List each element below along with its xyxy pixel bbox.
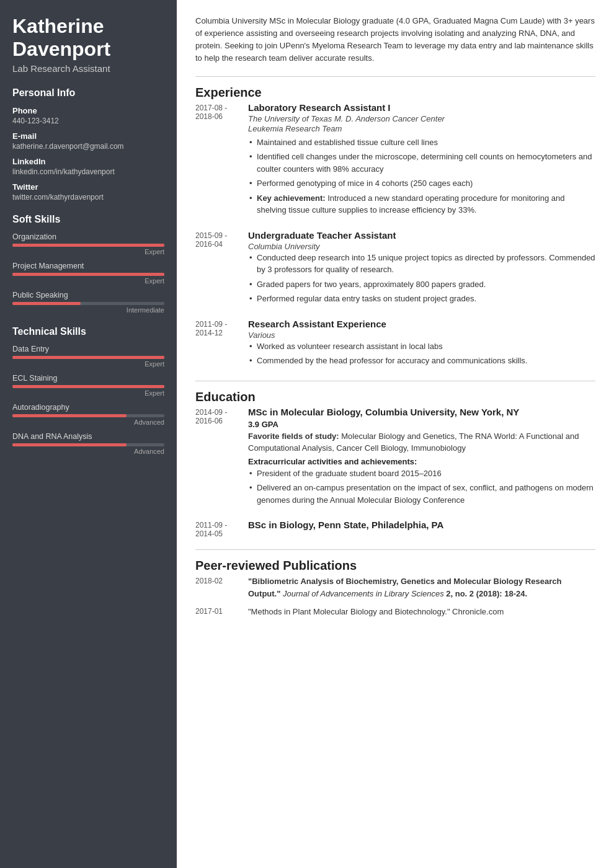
pub-content: "Methods in Plant Molecular Biology and …	[248, 606, 504, 618]
exp-org: The University of Texas M. D. Anderson C…	[248, 114, 595, 123]
bullet-item: Maintained and established tissue cultur…	[248, 136, 595, 149]
edu-date: 2014-09 -2016-06	[195, 407, 248, 509]
skill-level: Advanced	[12, 418, 164, 426]
experience-list: 2017-08 -2018-06 Laboratory Research Ass…	[195, 102, 595, 370]
exp-team: Leukemia Research Team	[248, 124, 595, 133]
edu-degree: MSc in Molecular Biology, Columbia Unive…	[248, 407, 595, 417]
bullet-item: Performed regular data entry tasks on st…	[248, 293, 595, 305]
skill-bar-fill	[12, 302, 81, 305]
skill-bar-bg	[12, 244, 164, 247]
linkedin-label: LinkedIn	[12, 157, 164, 166]
exp-org: Columbia University	[248, 242, 595, 251]
edu-content: MSc in Molecular Biology, Columbia Unive…	[248, 407, 595, 509]
exp-bullets: Maintained and established tissue cultur…	[248, 136, 595, 216]
tech-skill-item: Autoradiography Advanced	[12, 403, 164, 426]
extracurr-label: Extracurricular activities and achieveme…	[248, 457, 595, 466]
exp-job-title: Research Assistant Experience	[248, 319, 595, 329]
divider-publications	[195, 549, 595, 550]
exp-org: Various	[248, 330, 595, 340]
exp-content: Laboratory Research Assistant I The Univ…	[248, 102, 595, 219]
phone-label: Phone	[12, 106, 164, 115]
candidate-name: Katherine Davenport	[12, 15, 164, 61]
skill-bar-fill	[12, 244, 164, 247]
publications-heading: Peer-reviewed Publications	[195, 559, 595, 573]
edu-degree: BSc in Biology, Penn State, Philadelphia…	[248, 520, 595, 530]
pub-text: "Methods in Plant Molecular Biology and …	[248, 607, 504, 616]
skill-name: Organization	[12, 232, 164, 241]
exp-date: 2011-09 -2014-12	[195, 319, 248, 370]
skill-bar-fill	[12, 414, 127, 417]
bullet-item: Identified cell changes under the micros…	[248, 151, 595, 175]
education-list: 2014-09 -2016-06 MSc in Molecular Biolog…	[195, 407, 595, 539]
main-content: Columbia University MSc in Molecular Bio…	[177, 0, 614, 868]
pub-content: "Bibliometric Analysis of Biochemistry, …	[248, 575, 595, 600]
email-label: E-mail	[12, 131, 164, 141]
soft-skill-item: Project Management Expert	[12, 262, 164, 285]
experience-item: 2011-09 -2014-12 Research Assistant Expe…	[195, 319, 595, 370]
edu-date: 2011-09 -2014-05	[195, 520, 248, 538]
edu-content: BSc in Biology, Penn State, Philadelphia…	[248, 520, 595, 538]
publication-item: 2018-02 "Bibliometric Analysis of Bioche…	[195, 575, 595, 600]
skill-bar-bg	[12, 385, 164, 388]
personal-info-heading: Personal Info	[12, 87, 164, 99]
sidebar: Katherine Davenport Lab Research Assista…	[0, 0, 177, 868]
divider-education	[195, 381, 595, 381]
skill-level: Expert	[12, 360, 164, 368]
education-item: 2014-09 -2016-06 MSc in Molecular Biolog…	[195, 407, 595, 509]
divider-experience	[195, 76, 595, 77]
exp-job-title: Undergraduate Teacher Assistant	[248, 230, 595, 241]
skill-level: Expert	[12, 248, 164, 255]
skill-level: Intermediate	[12, 306, 164, 314]
tech-skills-list: Data Entry Expert ECL Staining Expert Au…	[12, 345, 164, 455]
exp-bullets: Worked as volunteer research assistant i…	[248, 340, 595, 367]
skill-level: Expert	[12, 277, 164, 285]
skill-bar-fill	[12, 356, 164, 359]
edu-gpa: 3.9 GPA	[248, 420, 595, 429]
linkedin-value: linkedin.com/in/kathydavenport	[12, 167, 164, 176]
extracurr-bullet: Delivered an on-campus presentation on t…	[248, 482, 595, 506]
pub-journal-italic: Journal of Advancements in Library Scien…	[283, 589, 444, 598]
skill-name: Project Management	[12, 262, 164, 270]
fields-label: Favorite fields of study:	[248, 432, 339, 441]
soft-skill-item: Public Speaking Intermediate	[12, 291, 164, 314]
publications-list: 2018-02 "Bibliometric Analysis of Bioche…	[195, 575, 595, 618]
pub-date: 2017-01	[195, 606, 248, 618]
education-heading: Education	[195, 390, 595, 404]
email-value: katherine.r.davenport@gmail.com	[12, 142, 164, 151]
pub-journal-rest: 2, no. 2 (2018): 18-24.	[444, 589, 527, 598]
extracurr-bullet: President of the graduate student board …	[248, 467, 595, 480]
publication-item: 2017-01 "Methods in Plant Molecular Biol…	[195, 606, 595, 618]
bullet-item: Key achievement: Introduced a new standa…	[248, 192, 595, 216]
skill-bar-bg	[12, 302, 164, 305]
phone-value: 440-123-3412	[12, 117, 164, 125]
soft-skills-list: Organization Expert Project Management E…	[12, 232, 164, 314]
skill-bar-bg	[12, 443, 164, 446]
exp-date: 2015-09 -2016-04	[195, 230, 248, 308]
tech-skills-heading: Technical Skills	[12, 326, 164, 337]
skill-level: Expert	[12, 389, 164, 397]
skill-name: DNA and RNA Analysis	[12, 432, 164, 441]
tech-skill-item: DNA and RNA Analysis Advanced	[12, 432, 164, 455]
skill-bar-bg	[12, 356, 164, 359]
summary-text: Columbia University MSc in Molecular Bio…	[195, 15, 595, 65]
exp-content: Undergraduate Teacher Assistant Columbia…	[248, 230, 595, 308]
tech-skill-item: Data Entry Expert	[12, 345, 164, 368]
edu-fields: Favorite fields of study: Molecular Biol…	[248, 430, 595, 454]
skill-bar-fill	[12, 273, 164, 276]
skill-level: Advanced	[12, 448, 164, 455]
twitter-label: Twitter	[12, 182, 164, 192]
exp-content: Research Assistant Experience Various Wo…	[248, 319, 595, 370]
bullet-item: Performed genotyping of mice in 4 cohort…	[248, 177, 595, 190]
bullet-item: Commended by the head professor for accu…	[248, 355, 595, 367]
experience-heading: Experience	[195, 86, 595, 100]
pub-date: 2018-02	[195, 575, 248, 600]
exp-bullets: Conducted deep research into 15 unique p…	[248, 252, 595, 305]
twitter-value: twitter.com/kathyrdavenport	[12, 193, 164, 202]
soft-skills-heading: Soft Skills	[12, 214, 164, 225]
skill-bar-bg	[12, 414, 164, 417]
skill-bar-fill	[12, 443, 127, 446]
bullet-item: Graded papers for two years, approximate…	[248, 278, 595, 291]
exp-job-title: Laboratory Research Assistant I	[248, 102, 595, 113]
experience-item: 2015-09 -2016-04 Undergraduate Teacher A…	[195, 230, 595, 308]
skill-name: Autoradiography	[12, 403, 164, 412]
